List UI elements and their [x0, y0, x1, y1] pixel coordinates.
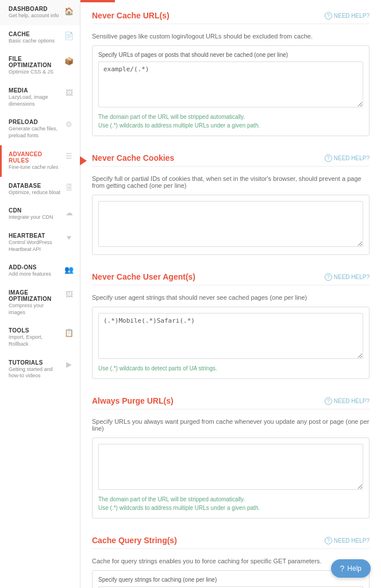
main-content: Never Cache URL(s)?NEED HELP?Sensitive p… [80, 0, 381, 588]
help-circle-icon: ? [325, 12, 332, 20]
need-help-cache-query-strings[interactable]: ?NEED HELP? [325, 537, 370, 544]
section-desc-always-purge-urls: Specify URLs you always want purged from… [92, 418, 370, 432]
sidebar-item-add-ons[interactable]: ADD-ONSAdd more features👥 [0, 258, 80, 284]
section-title-never-cache-user-agents: Never Cache User Agent(s) [92, 272, 195, 281]
section-cache-query-strings: Cache Query String(s)?NEED HELP?Cache fo… [92, 536, 370, 588]
sidebar-item-image-optimization[interactable]: IMAGE OPTIMIZATIONCompress your images🖼 [0, 284, 80, 322]
sidebar-icon-tutorials: ▶ [64, 359, 74, 370]
sidebar-icon-tools: 📋 [64, 327, 74, 338]
textarea-always-purge-urls[interactable] [98, 444, 363, 490]
textarea-never-cache-urls[interactable] [98, 61, 363, 107]
sidebar-item-subtitle-image-optimization: Compress your images [9, 303, 61, 316]
sidebar-item-cdn[interactable]: CDNIntegrate your CDN☁ [0, 202, 80, 227]
sidebar-icon-file-optimization: 📦 [64, 56, 74, 66]
need-help-label: NEED HELP? [334, 537, 370, 544]
sidebar-item-file-optimization[interactable]: FILE OPTIMIZATIONOptimize CSS & JS📦 [0, 50, 80, 82]
section-desc-cache-query-strings: Cache for query strings enables you to f… [92, 558, 370, 564]
section-desc-never-cache-urls: Sensitive pages like custom login/logout… [92, 33, 370, 40]
sidebar-item-title-cdn: CDN [9, 207, 61, 214]
sidebar-item-media[interactable]: MEDIALazyLoad, image dimensions🖼 [0, 82, 80, 113]
section-divider-never-cache-urls [92, 24, 370, 24]
sidebar-item-subtitle-add-ons: Add more features [9, 271, 61, 278]
sidebar-item-subtitle-cache: Basic cache options [9, 38, 61, 45]
sidebar-icon-cache: 📄 [64, 31, 74, 41]
sidebar-item-title-cache: CACHE [9, 31, 61, 37]
sidebar-item-subtitle-tools: Import, Export, Rollback [9, 334, 61, 347]
sidebar-item-title-file-optimization: FILE OPTIMIZATION [9, 56, 61, 68]
section-never-cache-user-agents: Never Cache User Agent(s)?NEED HELP?Spec… [92, 272, 370, 379]
sidebar-item-subtitle-advanced-rules: Fine-tune cache rules [9, 164, 61, 171]
section-desc-never-cache-cookies: Specify full or partial IDs of cookies t… [92, 175, 370, 189]
help-circle-icon: ? [325, 537, 332, 544]
sidebar-item-title-tutorials: TUTORIALS [9, 359, 61, 366]
need-help-never-cache-cookies[interactable]: ?NEED HELP? [325, 154, 370, 162]
section-divider-always-purge-urls [92, 409, 370, 409]
sidebar-icon-heartbeat: ♥ [64, 233, 74, 243]
help-circle-icon: ? [325, 397, 332, 405]
sidebar-icon-media: 🖼 [64, 87, 74, 98]
sidebar-item-subtitle-media: LazyLoad, image dimensions [9, 94, 61, 107]
sidebar-item-subtitle-preload: Generate cache files, preload fonts [9, 126, 61, 139]
sidebar-icon-advanced-rules: ☰ [64, 151, 74, 161]
need-help-always-purge-urls[interactable]: ?NEED HELP? [325, 397, 370, 405]
sidebar-item-heartbeat[interactable]: HEARTBEATControl WordPress Heartbeat API… [0, 227, 80, 258]
hint-never-cache-user-agents: Use (.*) wildcards to detect parts of UA… [98, 364, 363, 373]
section-title-always-purge-urls: Always Purge URL(s) [92, 396, 174, 405]
section-header-always-purge-urls: Always Purge URL(s)?NEED HELP? [92, 396, 370, 405]
field-label-cache-query-strings: Specify query strings for caching (one p… [98, 577, 363, 583]
section-title-never-cache-urls: Never Cache URL(s) [92, 11, 170, 20]
sidebar-item-tutorials[interactable]: TUTORIALSGetting started and how-to vide… [0, 354, 80, 385]
sidebar-item-title-dashboard: DASHBOARD [9, 6, 61, 12]
sidebar-icon-dashboard: 🏠 [64, 6, 74, 16]
hint-never-cache-urls: The domain part of the URL will be strip… [98, 113, 363, 130]
textarea-never-cache-cookies[interactable] [98, 201, 363, 247]
sidebar-item-subtitle-tutorials: Getting started and how-to videos [9, 366, 61, 380]
sidebar-item-title-preload: PRELOAD [9, 119, 61, 125]
sidebar-item-cache[interactable]: CACHEBasic cache options📄 [0, 25, 80, 51]
section-divider-cache-query-strings [92, 548, 370, 549]
sidebar-icon-image-optimization: 🖼 [64, 289, 74, 300]
help-icon: ? [340, 564, 345, 573]
hint-always-purge-urls: The domain part of the URL will be strip… [98, 495, 363, 512]
help-button-label: Help [347, 564, 361, 572]
sidebar-item-dashboard[interactable]: DASHBOARDGet help, account info🏠 [0, 0, 80, 25]
sidebar-item-title-heartbeat: HEARTBEAT [9, 233, 61, 239]
need-help-never-cache-urls[interactable]: ?NEED HELP? [325, 12, 370, 20]
section-header-never-cache-cookies: Never Cache Cookies?NEED HELP? [92, 153, 370, 163]
sidebar-item-subtitle-dashboard: Get help, account info [9, 13, 61, 20]
section-title-never-cache-cookies: Never Cache Cookies [92, 153, 174, 163]
sidebar-item-title-advanced-rules: ADVANCED RULES [9, 151, 61, 164]
sidebar-item-preload[interactable]: PRELOADGenerate cache files, preload fon… [0, 113, 80, 145]
sidebar-item-advanced-rules[interactable]: ADVANCED RULESFine-tune cache rules☰ [0, 145, 80, 177]
sidebar-item-title-database: DATABASE [9, 183, 61, 189]
textarea-never-cache-user-agents[interactable] [98, 313, 363, 359]
sidebar-item-title-add-ons: ADD-ONS [9, 264, 61, 270]
field-box-never-cache-urls: Specify URLs of pages or posts that shou… [92, 45, 370, 136]
sidebar-icon-cdn: ☁ [64, 207, 74, 218]
section-desc-never-cache-user-agents: Specify user agent strings that should n… [92, 294, 370, 301]
sidebar: DASHBOARDGet help, account info🏠CACHEBas… [0, 0, 80, 588]
field-box-always-purge-urls: The domain part of the URL will be strip… [92, 438, 370, 519]
section-header-cache-query-strings: Cache Query String(s)?NEED HELP? [92, 536, 370, 545]
need-help-label: NEED HELP? [334, 13, 370, 19]
need-help-label: NEED HELP? [334, 155, 370, 161]
sidebar-item-subtitle-database: Optimize, reduce bloat [9, 189, 61, 196]
sidebar-item-tools[interactable]: TOOLSImport, Export, Rollback📋 [0, 322, 80, 353]
section-always-purge-urls: Always Purge URL(s)?NEED HELP?Specify UR… [92, 396, 370, 519]
sidebar-item-database[interactable]: DATABASEOptimize, reduce bloat🗄 [0, 177, 80, 202]
need-help-label: NEED HELP? [334, 274, 370, 280]
sidebar-item-subtitle-heartbeat: Control WordPress Heartbeat API [9, 239, 61, 253]
sidebar-icon-preload: ⚙ [64, 119, 74, 129]
field-label-never-cache-urls: Specify URLs of pages or posts that shou… [98, 52, 363, 58]
field-box-cache-query-strings: Specify query strings for caching (one p… [92, 570, 370, 588]
field-box-never-cache-user-agents: Use (.*) wildcards to detect parts of UA… [92, 307, 370, 379]
need-help-never-cache-user-agents[interactable]: ?NEED HELP? [325, 273, 370, 281]
sidebar-item-title-media: MEDIA [9, 87, 61, 94]
help-circle-icon: ? [325, 273, 332, 281]
help-button[interactable]: ? Help [331, 559, 371, 578]
section-never-cache-urls: Never Cache URL(s)?NEED HELP?Sensitive p… [92, 11, 370, 136]
section-divider-never-cache-cookies [92, 166, 370, 167]
field-box-never-cache-cookies [92, 195, 370, 255]
section-header-never-cache-user-agents: Never Cache User Agent(s)?NEED HELP? [92, 272, 370, 281]
section-title-cache-query-strings: Cache Query String(s) [92, 536, 177, 545]
